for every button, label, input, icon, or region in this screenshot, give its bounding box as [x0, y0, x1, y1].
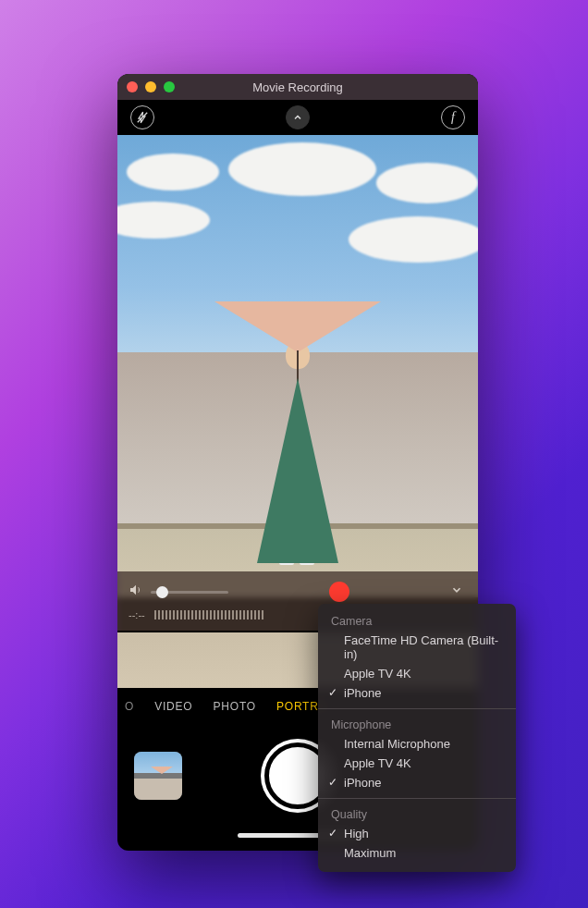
recording-options-menu: Camera FaceTime HD Camera (Built-in) App… — [318, 604, 516, 872]
menu-item-appletv-camera[interactable]: Apple TV 4K — [318, 664, 516, 683]
menu-item-iphone-camera[interactable]: iPhone — [318, 683, 516, 703]
flash-off-icon[interactable] — [130, 105, 154, 129]
menu-item-appletv-mic[interactable]: Apple TV 4K — [318, 754, 516, 773]
camera-viewfinder[interactable] — [117, 135, 478, 597]
camera-top-bar: f — [117, 100, 478, 135]
menu-section-camera: Camera — [318, 611, 516, 631]
mode-video[interactable]: VIDEO — [154, 700, 192, 713]
menu-item-facetime-camera[interactable]: FaceTime HD Camera (Built-in) — [318, 631, 516, 664]
menu-divider — [318, 798, 516, 799]
audio-level-meter — [154, 610, 265, 620]
menu-item-internal-mic[interactable]: Internal Microphone — [318, 734, 516, 754]
menu-item-iphone-mic[interactable]: iPhone — [318, 773, 516, 792]
mode-prev-cut[interactable]: O — [125, 700, 134, 713]
chevron-up-icon[interactable] — [286, 105, 310, 129]
menu-item-quality-maximum[interactable]: Maximum — [318, 843, 516, 863]
volume-slider[interactable] — [151, 591, 228, 594]
menu-divider — [318, 708, 516, 709]
menu-item-quality-high[interactable]: High — [318, 824, 516, 843]
viewfinder-scene — [117, 135, 478, 597]
titlebar[interactable]: Movie Recording — [117, 74, 478, 100]
record-button[interactable] — [329, 582, 349, 602]
recording-time: --:-- — [129, 609, 145, 620]
volume-slider-knob[interactable] — [156, 586, 168, 598]
window-title: Movie Recording — [117, 80, 478, 94]
last-photo-thumbnail[interactable] — [134, 752, 182, 800]
menu-section-quality: Quality — [318, 804, 516, 824]
volume-icon — [129, 583, 143, 601]
aperture-icon[interactable]: f — [441, 105, 465, 129]
options-chevron-icon[interactable] — [450, 583, 467, 600]
menu-section-microphone: Microphone — [318, 715, 516, 734]
mode-photo[interactable]: PHOTO — [213, 700, 255, 713]
